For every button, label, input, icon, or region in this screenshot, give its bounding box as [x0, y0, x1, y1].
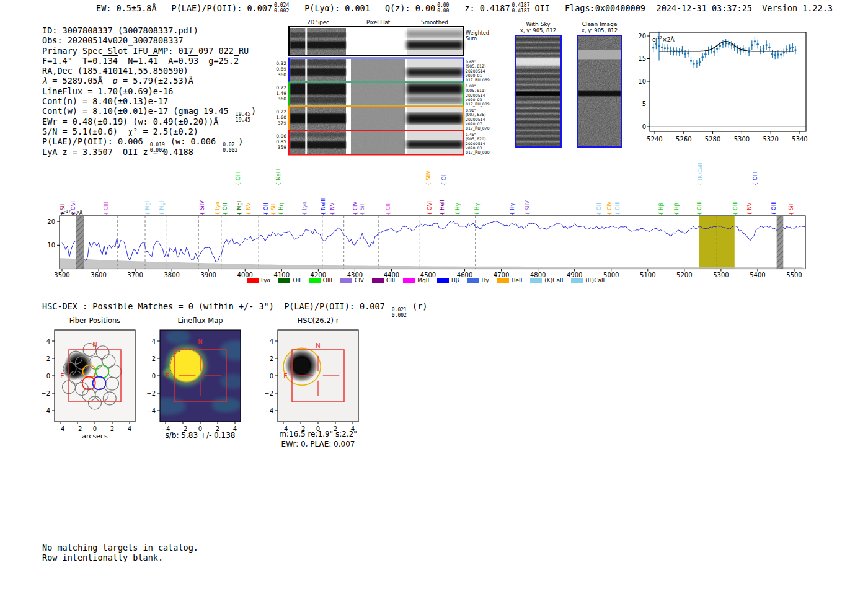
- info-line-4: RA,Dec (185.410141,55.850590): [42, 66, 256, 76]
- legend-item: CIII: [372, 277, 395, 283]
- legend-item: OII: [278, 277, 300, 283]
- fiber-row-annotation: 1.46": [466, 132, 476, 136]
- info-line-1: Obs: 20200514v020_3007808337: [42, 35, 256, 45]
- spec2d-figure: 2D SpecPixel FlatSmoothedWeightedSum0.32…: [273, 19, 508, 158]
- emission-line-label: { OIII: [235, 172, 241, 185]
- legend-label: OIII: [323, 277, 332, 283]
- legend-swatch: [278, 278, 290, 283]
- y-tick-label: 4: [46, 338, 50, 345]
- y-tick-label: −4: [146, 407, 156, 414]
- fiber-row-annotation: 20200514: [466, 141, 485, 146]
- fiber-row-annotation: 0.91": [466, 108, 476, 112]
- fiber-row-weights: 0.06: [276, 133, 286, 139]
- fiber-row-annotation: 1.09": [466, 84, 476, 88]
- north-label: N: [316, 342, 320, 349]
- info-block: ID: 3007808337 (3007808337.pdf)Obs: 2020…: [42, 25, 256, 157]
- legend-item: OIII: [309, 277, 332, 283]
- fiber-row-annotation: (907, 636): [466, 112, 485, 117]
- fiber-row-weights: 360: [278, 96, 287, 102]
- stacked-uncertainty: 0.0240.002: [274, 3, 289, 14]
- fiber-row-weights: 0.22: [276, 109, 286, 115]
- legend-swatch: [571, 278, 583, 283]
- text-segment: σ: [113, 76, 118, 86]
- text-segment: ): [238, 136, 243, 146]
- text-segment: λ: [42, 76, 47, 86]
- header-text: P(Lyα): 0.001: [304, 3, 370, 13]
- text-segment: LineFlux = 1.70(±0.69)e-16: [42, 86, 173, 96]
- x-tick-label: 3900: [200, 272, 216, 278]
- header-item-3: Q(z): 0.000.000.00: [385, 3, 450, 14]
- stacked-uncertainty: 0.020.002: [223, 143, 237, 153]
- y-tick-label: −2: [264, 390, 273, 397]
- text-segment: Obs: 20200514v020_3007808337: [42, 35, 184, 45]
- lineflux-map-panel: Lineflux MapNE−4−2024−4−2024s/b: 5.83 +/…: [140, 313, 257, 456]
- stacked-uncertainty: 0.000.00: [437, 3, 449, 14]
- panel-title: HSC(26.2) r: [298, 316, 339, 325]
- catalog-notes: No matching targets in catalog.Row inten…: [42, 543, 198, 562]
- withsky-xy: x, y: 905, 812: [520, 27, 556, 33]
- header-text: Flags:0x00400009: [565, 3, 645, 13]
- x-tick-label: 4: [128, 425, 131, 432]
- y-tick-label: 4: [270, 338, 273, 345]
- text-segment: 93: [188, 56, 198, 66]
- lineflux-peak-blob: [170, 349, 203, 382]
- info-line-3: F=1.4" T=0.134 N=1.41 A=0.93 g=25.2: [42, 56, 256, 66]
- info-line-7: Cont(n) = 8.40(±0.13)e-17: [42, 96, 256, 106]
- x-tick-label: 5240: [647, 136, 662, 143]
- header-line-id: OII: [534, 3, 549, 13]
- text-segment: = 5289.05Å: [47, 76, 113, 86]
- header-item-1: P(LAE)/P(OII): 0.0070.0240.002: [172, 3, 290, 14]
- x-tick-label: −4: [56, 425, 65, 432]
- x-tick-label: 3700: [127, 272, 143, 278]
- fiber-row-annotation: 017_RU_089: [466, 78, 490, 82]
- y-tick-label: −4: [41, 407, 50, 414]
- fiber-row-annotation: 20200514: [466, 69, 485, 73]
- x-tick-label: 5500: [786, 272, 802, 278]
- spectrum-area: [60, 216, 809, 269]
- text-segment: 134: [103, 56, 118, 66]
- error-envelope: [60, 258, 807, 269]
- header-item-0: EW: 0.5±5.8Å: [96, 3, 157, 14]
- legend-label: (H)CaII: [585, 277, 604, 283]
- y-tick-label: 15: [639, 55, 646, 62]
- text-segment: EWr = 0.48(±0.19) (w: 0.49(±0.20))Å: [42, 117, 218, 127]
- emission-line-label: { OII: [441, 173, 447, 185]
- y-tick-label: 10: [639, 78, 646, 85]
- north-label: N: [198, 339, 202, 345]
- legend-swatch: [467, 278, 479, 283]
- x-tick-label: 5300: [713, 272, 728, 278]
- text-segment: (r): [407, 301, 428, 311]
- legend-label: CIII: [386, 277, 395, 283]
- spectrum-legend: LyαOIIOIIICIVCIIIMgIIHβHγHeII(K)CaII(H)C…: [247, 277, 604, 283]
- legend-swatch: [403, 278, 415, 283]
- text-segment: Cont(n) = 8.40(±0.13)e-17: [42, 96, 168, 106]
- x-tick-label: 2: [110, 425, 114, 432]
- fiber-row-weights: 0.32: [276, 61, 286, 66]
- info-line-6: LineFlux = 1.70(±0.69)e-16: [42, 86, 256, 96]
- legend-item: Hβ: [437, 277, 459, 283]
- fiber-row-annotation: 017_RU_070: [466, 126, 490, 131]
- fiber-row-weights: 379: [278, 120, 287, 126]
- magnitude-caption: m:16.5 re:1.9" s:2.2": [279, 430, 357, 438]
- mainplot-frame: [60, 216, 805, 269]
- info-line-5: λ = 5289.05Å σ = 5.79(±2.53)Å: [42, 76, 256, 86]
- x-tick-label: −2: [73, 425, 82, 432]
- fiber-row-weights: 359: [278, 144, 287, 150]
- text-segment: S/N = 5.1(±0.6) χ² = 2.5(±0.2): [42, 127, 198, 136]
- text-segment: g=25.: [198, 56, 234, 66]
- text-segment: Primary Spec_Slot_IFU_AMP: 017_097_022_R…: [42, 46, 249, 56]
- fiber-row-annotation: 20200514: [466, 93, 485, 97]
- legend-label: OII: [293, 277, 300, 283]
- emission-line-label: { (K)CaII: [697, 163, 703, 185]
- clean-xy: x, y: 905, 812: [582, 27, 618, 33]
- header-text: z: 0.4187: [464, 3, 510, 13]
- emission-line-label: { SiIV: [425, 171, 432, 185]
- y-tick-label: 0: [270, 373, 273, 380]
- text-segment: (w: 0.006: [166, 136, 221, 146]
- legend-item: CIV: [340, 277, 364, 283]
- text-segment: F=1.4" T=0.: [42, 56, 103, 66]
- y-tick-label: 2: [152, 355, 156, 362]
- header-row: EW: 0.5±5.8ÅP(LAE)/P(OII): 0.0070.0240.0…: [96, 3, 645, 14]
- legend-label: Hγ: [482, 277, 489, 283]
- x-tick-label: 5340: [792, 136, 807, 143]
